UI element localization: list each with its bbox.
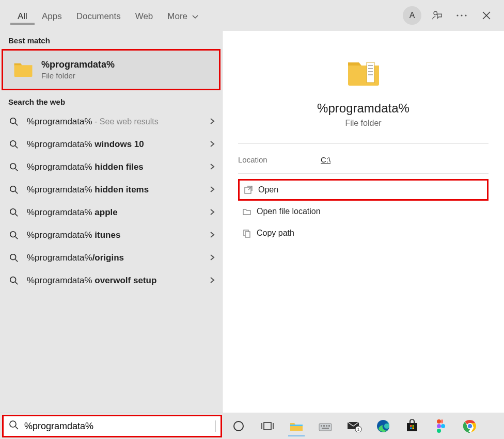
task-cortana-icon[interactable]: [227, 416, 250, 436]
folder-open-icon: [242, 207, 257, 216]
open-icon: [244, 185, 258, 194]
svg-point-28: [10, 421, 16, 427]
svg-text:1: 1: [357, 427, 360, 432]
web-result-row[interactable]: %programdata% hidden files: [0, 156, 222, 178]
tab-documents[interactable]: Documents: [69, 6, 128, 25]
chevron-right-icon[interactable]: [207, 163, 218, 172]
chevron-right-icon[interactable]: [207, 186, 218, 194]
task-store-icon[interactable]: [401, 416, 423, 436]
web-result-text: %programdata% - See web results: [27, 117, 207, 127]
close-icon[interactable]: [475, 4, 498, 27]
search-box[interactable]: [2, 415, 222, 437]
svg-rect-37: [326, 425, 327, 427]
task-file-explorer-icon[interactable]: [285, 416, 308, 436]
web-result-row[interactable]: %programdata% overwolf setup: [0, 269, 222, 292]
web-result-text: %programdata% windows 10: [27, 139, 207, 150]
preview-header: %programdata% File folder: [223, 31, 504, 128]
preview-actions: Open Open file location Copy path: [238, 173, 489, 244]
account-avatar[interactable]: A: [401, 4, 423, 27]
best-match-text: %programdata% File folder: [41, 59, 115, 80]
best-match-header: Best match: [0, 31, 222, 49]
web-result-text: %programdata% overwolf setup: [27, 275, 207, 286]
detail-row-location: Location C:\: [238, 143, 489, 173]
task-edge-icon[interactable]: [372, 416, 395, 436]
svg-line-11: [15, 191, 18, 194]
folder-icon: [345, 55, 382, 92]
svg-point-6: [10, 141, 16, 147]
svg-point-14: [10, 232, 16, 237]
search-icon: [8, 208, 20, 217]
preview-subtitle: File folder: [223, 119, 504, 128]
web-result-row[interactable]: %programdata%/origins: [0, 247, 222, 269]
svg-rect-35: [321, 425, 322, 427]
detail-key: Location: [238, 155, 321, 164]
chevron-down-icon: [192, 14, 198, 20]
svg-point-18: [10, 277, 16, 283]
detail-value-location[interactable]: C:\: [321, 155, 330, 164]
web-result-row[interactable]: %programdata% - See web results: [0, 110, 222, 133]
best-match-subtitle: File folder: [41, 71, 115, 80]
tab-all[interactable]: All: [10, 6, 35, 25]
web-result-row[interactable]: %programdata% apple: [0, 201, 222, 224]
best-match-result[interactable]: %programdata% File folder: [2, 49, 220, 90]
preview-panel: %programdata% File folder Location C:\ O…: [222, 31, 504, 413]
web-result-text: %programdata% hidden items: [27, 185, 207, 195]
task-keyboard-icon[interactable]: [314, 416, 337, 436]
svg-rect-46: [410, 428, 412, 430]
svg-rect-36: [323, 425, 325, 427]
search-icon: [8, 276, 20, 285]
results-panel: Best match %programdata% File folder Sea…: [0, 31, 222, 413]
web-result-row[interactable]: %programdata% hidden items: [0, 178, 222, 201]
web-result-row[interactable]: %programdata% windows 10: [0, 133, 222, 156]
svg-point-3: [465, 14, 466, 16]
task-taskview-icon[interactable]: [256, 416, 279, 436]
action-open[interactable]: Open: [238, 179, 489, 201]
svg-point-30: [234, 421, 243, 431]
search-icon: [8, 231, 20, 240]
search-icon: [9, 420, 19, 432]
action-copy-path[interactable]: Copy path: [238, 222, 489, 244]
action-open-file-location[interactable]: Open file location: [238, 201, 489, 222]
svg-point-0: [434, 11, 437, 14]
svg-rect-44: [410, 425, 412, 427]
svg-line-5: [15, 123, 18, 126]
chevron-right-icon[interactable]: [207, 231, 218, 240]
main-area: Best match %programdata% File folder Sea…: [0, 31, 504, 413]
tab-apps[interactable]: Apps: [35, 6, 69, 25]
svg-line-19: [15, 282, 18, 285]
search-input[interactable]: [24, 421, 215, 432]
svg-line-29: [15, 427, 18, 429]
svg-point-50: [441, 424, 445, 428]
svg-rect-39: [322, 428, 329, 429]
chevron-right-icon[interactable]: [207, 208, 218, 217]
task-chrome-icon[interactable]: [459, 416, 481, 436]
more-options-icon[interactable]: [450, 4, 473, 27]
chevron-right-icon[interactable]: [207, 140, 218, 149]
web-result-text: %programdata% hidden files: [27, 162, 207, 172]
svg-rect-38: [328, 425, 330, 427]
tab-web[interactable]: Web: [128, 6, 161, 25]
chevron-right-icon[interactable]: [207, 118, 218, 126]
folder-icon: [12, 59, 34, 80]
svg-point-4: [10, 118, 16, 124]
tab-more-label: More: [167, 11, 187, 21]
svg-point-1: [456, 14, 458, 16]
tab-more[interactable]: More: [160, 6, 205, 25]
svg-line-15: [15, 237, 18, 239]
svg-line-7: [15, 146, 18, 149]
action-open-label: Open: [258, 185, 278, 194]
best-match-title: %programdata%: [41, 59, 115, 70]
chevron-right-icon[interactable]: [207, 254, 218, 263]
taskbar-icons: 1: [227, 413, 481, 439]
task-figma-icon[interactable]: [430, 416, 452, 436]
search-topbar: All Apps Documents Web More A: [0, 0, 504, 31]
search-web-header: Search the web: [0, 92, 222, 110]
feedback-icon[interactable]: [426, 4, 448, 27]
task-mail-icon[interactable]: 1: [343, 416, 366, 436]
search-icon: [8, 162, 20, 172]
search-icon: [8, 140, 20, 149]
web-result-text: %programdata% itunes: [27, 230, 207, 240]
svg-point-2: [461, 14, 462, 16]
chevron-right-icon[interactable]: [207, 277, 218, 285]
web-result-row[interactable]: %programdata% itunes: [0, 224, 222, 247]
